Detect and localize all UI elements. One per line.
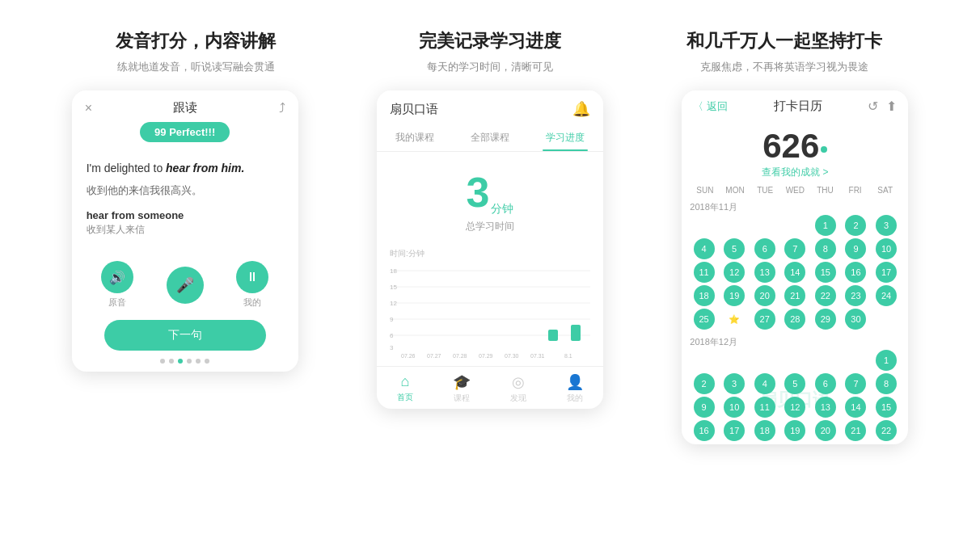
- november-days: 1234567891011121314151617181920212223242…: [690, 215, 900, 330]
- course-label: 课程: [454, 393, 470, 404]
- day-cell: 15: [815, 262, 836, 283]
- mic-btn[interactable]: 🎤: [167, 267, 204, 304]
- svg-text:12: 12: [390, 300, 397, 307]
- svg-text:8.1: 8.1: [564, 353, 572, 359]
- refresh-icon[interactable]: ↺: [868, 99, 878, 114]
- day-cell: 27: [754, 309, 775, 330]
- day-cell: [845, 350, 866, 371]
- svg-text:18: 18: [390, 267, 397, 275]
- header-icons: ↺ ⬆: [868, 99, 897, 114]
- phone1-controls: 🔊 原音 🎤 ⏸ 我的: [72, 254, 298, 312]
- close-icon[interactable]: ×: [85, 101, 92, 116]
- feature-2: 完美记录学习进度 每天的学习时间，清晰可见: [343, 29, 637, 74]
- nav-discover[interactable]: ◎ 发现: [490, 373, 547, 404]
- bell-icon[interactable]: 🔔: [572, 100, 590, 118]
- tab-my-course[interactable]: 我的课程: [377, 124, 452, 151]
- day-cell: 4: [754, 373, 775, 394]
- upload-icon[interactable]: ⬆: [886, 99, 897, 114]
- day-cell: 12: [724, 262, 745, 283]
- svg-text:07.27: 07.27: [427, 353, 441, 359]
- day-cell: 24: [876, 285, 897, 306]
- tue-label: TUE: [750, 186, 780, 195]
- my-label: 我的: [243, 296, 261, 309]
- feature-1: 发音打分，内容讲解 练就地道发音，听说读写融会贯通: [49, 29, 343, 74]
- svg-text:07.29: 07.29: [479, 353, 493, 359]
- day-cell: 18: [754, 420, 775, 441]
- day-cell: 2: [694, 373, 715, 394]
- me-label: 我的: [567, 393, 583, 404]
- svg-text:6: 6: [390, 332, 394, 339]
- day-cell: 3: [876, 215, 897, 236]
- day-cell: 11: [694, 262, 715, 283]
- day-cell: [724, 215, 745, 236]
- pause-circle[interactable]: ⏸: [236, 261, 268, 293]
- tab-study-progress[interactable]: 学习进度: [528, 124, 603, 151]
- day-cell: 19: [724, 285, 745, 306]
- month2-label: 2018年12月: [690, 333, 900, 350]
- original-audio-btn[interactable]: 🔊 原音: [101, 261, 133, 309]
- day-cell: 16: [845, 262, 866, 283]
- tabs-row: 我的课程 全部课程 学习进度: [377, 124, 603, 152]
- streak-number: 626: [762, 127, 819, 165]
- day-cell: [694, 215, 715, 236]
- day-cell: [784, 215, 805, 236]
- svg-text:15: 15: [390, 284, 397, 291]
- streak-sub[interactable]: 查看我的成就 >: [682, 166, 908, 179]
- svg-text:9: 9: [390, 316, 394, 323]
- back-button[interactable]: 〈 返回: [693, 99, 728, 114]
- day-cell: 23: [845, 285, 866, 306]
- feature-1-title: 发音打分，内容讲解: [49, 29, 343, 53]
- chart-svg: 18 15 12 9 6 3 07.26 07.27 07.28 07.29 0…: [390, 263, 590, 359]
- streak-dot: [821, 146, 827, 153]
- day-cell: 14: [784, 262, 805, 283]
- total-label: 总学习时间: [377, 220, 603, 233]
- share-icon[interactable]: ⤴: [279, 101, 285, 116]
- nav-home[interactable]: ⌂ 首页: [377, 373, 433, 404]
- home-label: 首页: [397, 392, 413, 403]
- svg-text:07.31: 07.31: [530, 353, 545, 359]
- svg-text:3: 3: [390, 344, 394, 351]
- nav-me[interactable]: 👤 我的: [547, 373, 603, 404]
- day-cell: 19: [784, 420, 805, 441]
- streak-section: 626 查看我的成就 >: [682, 120, 908, 183]
- day-cell: 5: [784, 373, 805, 394]
- phone-3: 〈 返回 打卡日历 ↺ ⬆ 626 查看我的成就 > SUN MON TUE W…: [682, 90, 908, 444]
- day-cell: 29: [815, 309, 836, 330]
- day-cell: 22: [876, 420, 897, 441]
- next-button[interactable]: 下一句: [104, 320, 266, 351]
- phone1-header: × 跟读 ⤴: [72, 90, 298, 122]
- calendar-title: 打卡日历: [774, 99, 822, 114]
- original-audio-circle[interactable]: 🔊: [101, 261, 133, 293]
- dots-indicator: [72, 359, 298, 372]
- feature-3: 和几千万人一起坚持打卡 克服焦虑，不再将英语学习视为畏途: [637, 29, 931, 74]
- mic-circle[interactable]: 🎤: [167, 267, 204, 304]
- day-cell: 7: [845, 373, 866, 394]
- tab-all-course[interactable]: 全部课程: [452, 124, 527, 151]
- phone2-header: 扇贝口语 🔔: [377, 90, 603, 124]
- my-audio-btn[interactable]: ⏸ 我的: [236, 261, 268, 309]
- nav-course[interactable]: 🎓 课程: [433, 373, 490, 404]
- phrase-en: hear from someone: [87, 209, 284, 221]
- svg-rect-11: [548, 330, 558, 341]
- svg-text:07.26: 07.26: [401, 353, 416, 359]
- dot-3-active: [178, 359, 183, 364]
- me-icon: 👤: [566, 373, 584, 391]
- study-time-section: 3分钟 总学习时间: [377, 152, 603, 240]
- phone-1: × 跟读 ⤴ 99 Perfect!!! I'm delighted to he…: [72, 90, 298, 372]
- fri-label: FRI: [840, 186, 870, 195]
- day-cell: 7: [784, 238, 805, 259]
- perfect-badge: 99 Perfect!!!: [140, 122, 230, 142]
- day-cell: 21: [784, 285, 805, 306]
- sun-label: SUN: [690, 186, 720, 195]
- day-cell: [694, 350, 715, 371]
- svg-text:07.30: 07.30: [505, 353, 519, 359]
- dot-2: [169, 359, 174, 364]
- day-cell: [876, 309, 897, 330]
- day-cell: 10: [876, 238, 897, 259]
- day-cell: 15: [876, 397, 897, 418]
- bottom-nav: ⌂ 首页 🎓 课程 ◎ 发现 👤 我的: [377, 366, 603, 409]
- day-cell: 9: [694, 397, 715, 418]
- day-cell: 11: [754, 397, 775, 418]
- day-cell: 13: [754, 262, 775, 283]
- app-name: 扇贝口语: [390, 102, 438, 117]
